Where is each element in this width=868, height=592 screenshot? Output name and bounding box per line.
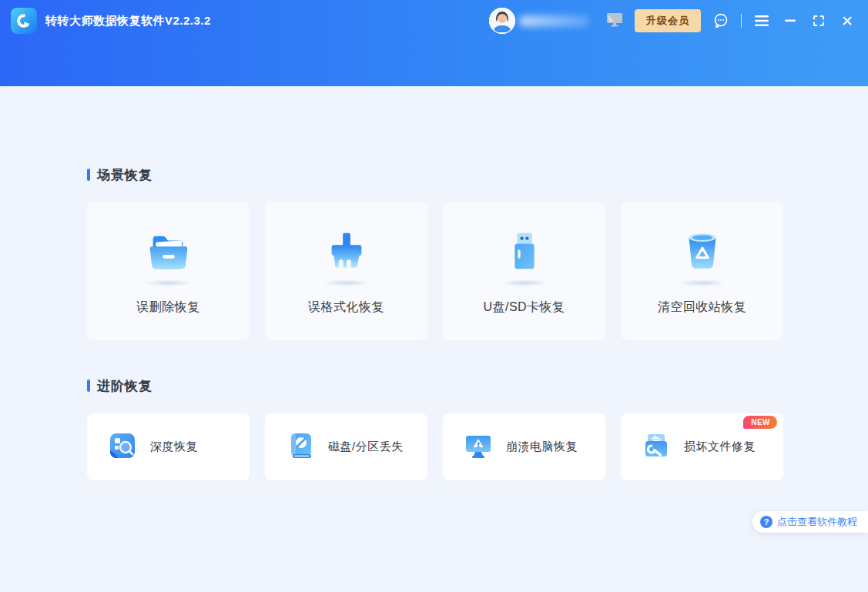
folder-icon xyxy=(142,226,195,276)
card-label: U盘/SD卡恢复 xyxy=(483,299,565,316)
card-recycle-bin-recovery[interactable]: 清空回收站恢复 xyxy=(621,202,783,340)
section-title-advanced-recovery: 进阶恢复 xyxy=(87,379,783,393)
crashed-pc-icon xyxy=(463,430,494,464)
header: 转转大师数据恢复软件V2.2.3.2 xyxy=(0,0,868,86)
disk-partition-icon xyxy=(285,430,316,464)
card-usb-sd-recovery[interactable]: U盘/SD卡恢复 xyxy=(443,202,605,340)
titlebar: 转转大师数据恢复软件V2.2.3.2 xyxy=(0,0,868,42)
tutorial-label: 点击查看软件教程 xyxy=(777,515,857,529)
upgrade-member-button[interactable]: 升级会员 xyxy=(635,9,701,32)
icon-shadow xyxy=(679,279,726,286)
scene-recovery-cards: 误删除恢复 误格式化恢复 xyxy=(87,202,783,340)
card-format-recovery[interactable]: 误格式化恢复 xyxy=(265,202,427,340)
format-brush-icon xyxy=(320,226,373,276)
tutorial-button[interactable]: ? 点击查看软件教程 xyxy=(752,511,868,533)
close-icon[interactable]: ✕ xyxy=(839,12,856,29)
card-label: 清空回收站恢复 xyxy=(658,299,747,316)
menu-icon[interactable] xyxy=(753,12,770,29)
card-label: 深度恢复 xyxy=(150,440,198,454)
card-label: 误格式化恢复 xyxy=(308,299,384,316)
section-accent-bar xyxy=(87,169,90,181)
avatar[interactable] xyxy=(489,8,515,34)
card-file-repair[interactable]: 损坏文件修复 NEW xyxy=(621,413,783,480)
usb-drive-icon xyxy=(498,226,551,276)
section-title-scene-recovery: 场景恢复 xyxy=(87,168,783,182)
icon-shadow xyxy=(501,279,548,286)
question-icon: ? xyxy=(760,516,772,528)
file-repair-icon xyxy=(641,430,672,464)
card-deep-recovery[interactable]: 深度恢复 xyxy=(87,413,250,480)
monitor-icon[interactable] xyxy=(606,12,623,30)
card-deleted-file-recovery[interactable]: 误删除恢复 xyxy=(87,202,250,340)
card-crashed-pc-recovery[interactable]: 崩溃电脑恢复 xyxy=(443,413,605,480)
recycle-bin-icon xyxy=(676,226,729,276)
card-disk-partition-loss[interactable]: 磁盘/分区丢失 xyxy=(265,413,427,480)
app-logo-icon xyxy=(11,8,37,34)
deep-scan-icon xyxy=(107,430,138,464)
titlebar-separator xyxy=(741,14,742,28)
customer-service-icon[interactable] xyxy=(712,12,729,29)
card-label: 磁盘/分区丢失 xyxy=(328,440,404,454)
user-id-blurred xyxy=(519,15,590,27)
icon-shadow xyxy=(145,279,193,286)
new-badge: NEW xyxy=(743,416,777,429)
app-title: 转转大师数据恢复软件V2.2.3.2 xyxy=(45,14,211,28)
maximize-icon[interactable] xyxy=(810,12,827,29)
card-label: 误删除恢复 xyxy=(136,299,200,316)
card-label: 损坏文件修复 xyxy=(684,440,756,454)
icon-shadow xyxy=(323,279,370,286)
section-accent-bar xyxy=(87,380,90,392)
advanced-recovery-cards: 深度恢复 磁盘/分区丢失 xyxy=(87,413,783,480)
card-label: 崩溃电脑恢复 xyxy=(506,440,578,454)
minimize-icon[interactable] xyxy=(782,12,799,29)
main-area: 场景恢复 误删除恢复 xyxy=(0,86,868,592)
